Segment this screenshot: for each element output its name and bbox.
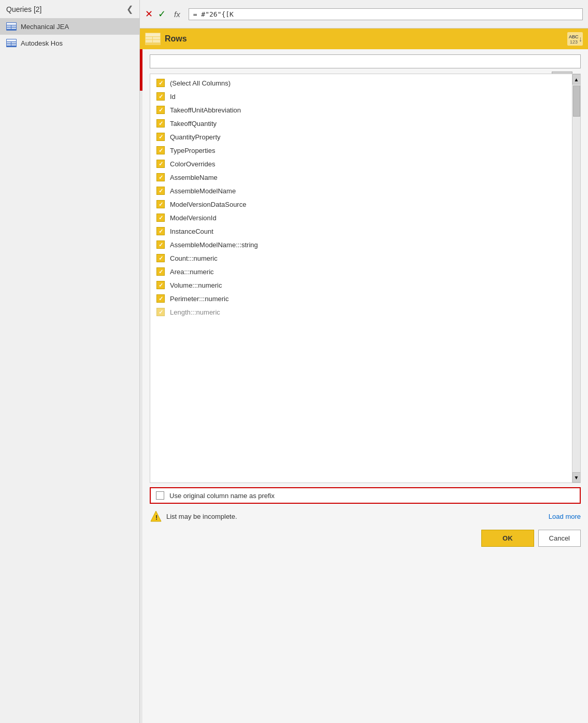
svg-text:ABC: ABC <box>569 34 579 39</box>
column-item[interactable]: ModelVersionId <box>150 211 572 224</box>
column-label: InstanceCount <box>170 228 213 235</box>
column-item[interactable]: InstanceCount <box>150 224 572 238</box>
column-label: Id <box>170 93 176 101</box>
scrollbar-down-button[interactable]: ▼ <box>572 472 581 483</box>
column-item[interactable]: Perimeter:::numeric <box>150 292 572 305</box>
column-label: ModelVersionDataSource <box>170 201 246 208</box>
column-checkbox[interactable] <box>156 106 165 114</box>
column-label: Perimeter:::numeric <box>170 295 228 303</box>
column-item[interactable]: QuantityProperty <box>150 130 572 144</box>
check-icon[interactable]: ✓ <box>158 8 166 20</box>
close-icon[interactable]: ✕ <box>145 8 153 20</box>
formula-input[interactable] <box>189 8 583 20</box>
column-checkbox[interactable] <box>156 267 165 276</box>
column-label: TypeProperties <box>170 147 215 154</box>
column-label: ModelVersionId <box>170 214 217 222</box>
column-label: TakeoffQuantity <box>170 120 217 127</box>
prefix-checkbox[interactable] <box>156 491 164 500</box>
svg-rect-8 <box>7 42 11 44</box>
column-item[interactable]: TypeProperties <box>150 144 572 157</box>
column-checkbox[interactable] <box>156 281 165 289</box>
column-item[interactable]: TakeoffUnitAbbreviation <box>150 103 572 117</box>
column-label: AssembleModelName <box>170 187 236 195</box>
column-label: ColorOverrides <box>170 160 215 168</box>
fx-label: fx <box>171 10 183 19</box>
column-checkbox[interactable] <box>156 214 165 222</box>
column-checkbox[interactable] <box>156 240 165 249</box>
prefix-label: Use original column name as prefix <box>169 492 275 500</box>
scrollbar-up-button[interactable]: ▲ <box>572 74 581 84</box>
scrollbar-thumb[interactable] <box>573 86 580 117</box>
column-checkbox[interactable] <box>156 227 165 235</box>
column-label: QuantityProperty <box>170 133 221 141</box>
svg-rect-9 <box>11 42 16 44</box>
column-item[interactable]: ModelVersionDataSource <box>150 197 572 211</box>
column-item[interactable]: (Select All Columns) <box>150 76 572 90</box>
columns-list-container: (Select All Columns)IdTakeoffUnitAbbrevi… <box>150 74 581 483</box>
column-item[interactable]: ColorOverrides <box>150 157 572 171</box>
sidebar-header: Queries [2] ❮ <box>0 0 139 18</box>
column-item[interactable]: AssembleName <box>150 171 572 184</box>
column-label: AssembleModelName:::string <box>170 241 258 249</box>
warning-text: List may be incomplete. <box>166 513 549 520</box>
sidebar-title: Queries [2] <box>6 5 41 13</box>
column-checkbox[interactable] <box>156 173 165 181</box>
column-label: Area:::numeric <box>170 268 214 276</box>
columns-list: (Select All Columns)IdTakeoffUnitAbbrevi… <box>150 74 572 483</box>
sidebar-item-mechanical-jea[interactable]: Mechanical JEA <box>0 18 139 35</box>
sidebar-collapse-icon[interactable]: ❮ <box>126 4 133 14</box>
column-item[interactable]: Id <box>150 90 572 103</box>
choose-columns-dialog: A Z (Select All Columns)IdTakeoffUnitAbb… <box>142 49 588 723</box>
column-item[interactable]: TakeoffQuantity <box>150 117 572 130</box>
search-input[interactable] <box>150 54 581 68</box>
column-item[interactable]: Area:::numeric <box>150 265 572 278</box>
column-label: Length:::numeric <box>170 308 220 316</box>
svg-rect-2 <box>7 25 11 27</box>
svg-rect-11 <box>11 44 16 46</box>
column-checkbox[interactable] <box>156 187 165 195</box>
rows-label: Rows <box>165 34 187 44</box>
load-more-link[interactable]: Load more <box>549 513 581 520</box>
rows-table-icon <box>145 33 161 45</box>
column-checkbox[interactable] <box>156 308 165 316</box>
column-item[interactable]: Count:::numeric <box>150 251 572 265</box>
sidebar: Queries [2] ❮ Mechanical JEA Autodesk Ho… <box>0 0 140 723</box>
column-item[interactable]: Volume:::numeric <box>150 278 572 292</box>
table-icon-1 <box>6 22 17 31</box>
sort-az-icon[interactable]: ABC ABC 123 ↓ <box>567 32 583 46</box>
column-label: TakeoffUnitAbbreviation <box>170 106 241 114</box>
column-checkbox[interactable] <box>156 200 165 208</box>
column-item[interactable]: AssembleModelName:::string <box>150 238 572 251</box>
svg-text:123: 123 <box>570 39 578 45</box>
column-checkbox[interactable] <box>156 133 165 141</box>
column-checkbox[interactable] <box>156 79 165 87</box>
column-item[interactable]: Length:::numeric <box>150 305 572 319</box>
column-checkbox[interactable] <box>156 160 165 168</box>
svg-rect-5 <box>11 27 16 29</box>
svg-rect-17 <box>153 40 160 42</box>
column-label: Volume:::numeric <box>170 281 222 289</box>
svg-text:!: ! <box>155 514 157 521</box>
column-checkbox[interactable] <box>156 146 165 154</box>
svg-rect-13 <box>146 33 160 36</box>
scrollbar[interactable]: ▲ ▼ <box>572 74 580 483</box>
table-icon-2 <box>6 39 17 47</box>
column-checkbox[interactable] <box>156 119 165 127</box>
column-checkbox[interactable] <box>156 254 165 262</box>
dialog-buttons: OK Cancel <box>150 530 581 547</box>
svg-rect-15 <box>153 37 160 39</box>
svg-rect-7 <box>7 39 16 41</box>
svg-text:↓: ↓ <box>579 35 582 43</box>
column-checkbox[interactable] <box>156 92 165 101</box>
search-wrapper <box>142 49 588 72</box>
warning-icon: ! <box>150 510 162 522</box>
column-label: AssembleName <box>170 174 218 181</box>
column-item[interactable]: AssembleModelName <box>150 184 572 197</box>
ok-button[interactable]: OK <box>481 530 534 547</box>
column-checkbox[interactable] <box>156 294 165 303</box>
column-label: Count:::numeric <box>170 254 218 262</box>
column-label: (Select All Columns) <box>170 79 231 87</box>
sidebar-item-autodesk-hos[interactable]: Autodesk Hos <box>0 35 139 51</box>
rows-bar: Rows ABC ABC 123 ↓ <box>140 29 588 49</box>
cancel-button[interactable]: Cancel <box>538 530 581 547</box>
